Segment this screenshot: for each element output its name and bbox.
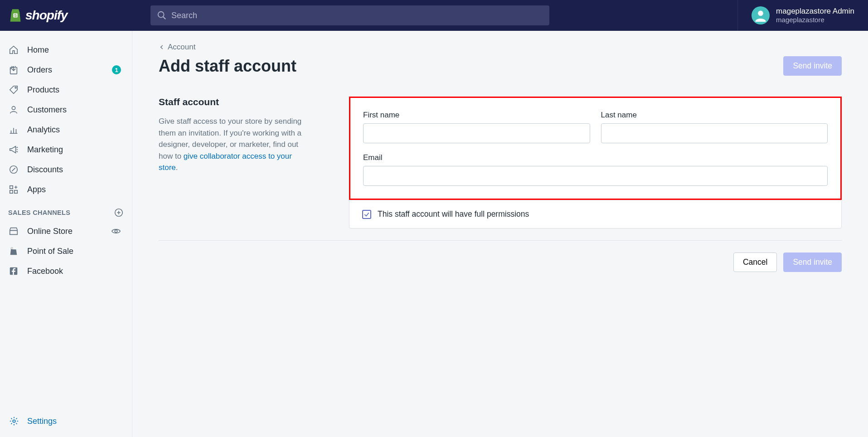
svg-point-4 xyxy=(758,11,763,16)
sidebar-item-customers[interactable]: Customers xyxy=(0,100,132,120)
email-label: Email xyxy=(363,153,828,162)
analytics-icon xyxy=(8,124,19,135)
svg-point-7 xyxy=(12,107,15,110)
svg-rect-14 xyxy=(11,248,13,249)
pos-icon xyxy=(8,246,19,257)
orders-badge: 1 xyxy=(112,65,121,74)
channel-point-of-sale[interactable]: Point of Sale xyxy=(0,241,132,261)
page-title: Add staff account xyxy=(159,57,296,76)
channel-label: Online Store xyxy=(27,227,73,236)
sidebar-item-home[interactable]: Home xyxy=(0,40,132,60)
full-permissions-checkbox[interactable] xyxy=(362,210,371,219)
permissions-card: This staff account will have full permis… xyxy=(349,200,842,228)
channel-label: Facebook xyxy=(27,267,63,276)
permissions-label: This staff account will have full permis… xyxy=(378,209,529,219)
svg-line-3 xyxy=(163,17,166,19)
apps-icon xyxy=(8,184,19,195)
channel-facebook[interactable]: Facebook xyxy=(0,261,132,281)
tag-icon xyxy=(8,84,19,95)
shopify-bag-icon: S xyxy=(9,8,22,23)
facebook-icon xyxy=(8,266,19,277)
sidebar-item-label: Orders xyxy=(27,65,52,75)
sidebar-item-discounts[interactable]: Discounts xyxy=(0,160,132,180)
svg-rect-10 xyxy=(10,190,13,193)
first-name-label: First name xyxy=(363,111,590,120)
sidebar-item-orders[interactable]: Orders 1 xyxy=(0,60,132,80)
logo[interactable]: S shopify xyxy=(0,8,132,23)
section-description: Give staff access to your store by sendi… xyxy=(159,116,313,174)
sidebar-item-label: Products xyxy=(27,85,59,95)
last-name-label: Last name xyxy=(601,111,828,120)
search-icon xyxy=(157,10,167,20)
sidebar-item-apps[interactable]: Apps xyxy=(0,180,132,199)
staff-form-card: First name Last name Email xyxy=(349,97,842,200)
sidebar-item-label: Discounts xyxy=(27,165,63,175)
orders-icon xyxy=(8,64,19,75)
search-bar[interactable] xyxy=(150,5,549,25)
section-title: Staff account xyxy=(159,97,313,107)
svg-point-6 xyxy=(15,87,16,88)
sidebar-item-products[interactable]: Products xyxy=(0,80,132,100)
svg-point-2 xyxy=(158,12,164,18)
sidebar-item-label: Apps xyxy=(27,185,46,194)
svg-rect-11 xyxy=(15,190,17,193)
svg-rect-9 xyxy=(10,186,13,189)
first-name-input[interactable] xyxy=(363,123,590,143)
sidebar-item-analytics[interactable]: Analytics xyxy=(0,120,132,140)
home-icon xyxy=(8,44,19,55)
chevron-left-icon xyxy=(159,44,165,50)
sidebar-item-label: Customers xyxy=(27,105,67,115)
divider xyxy=(159,240,842,241)
logo-text: shopify xyxy=(25,8,68,23)
person-icon xyxy=(8,104,19,115)
sidebar-item-settings[interactable]: Settings xyxy=(0,410,132,437)
cancel-button[interactable]: Cancel xyxy=(733,252,777,272)
email-input[interactable] xyxy=(363,166,828,186)
add-channel-button[interactable] xyxy=(114,208,124,218)
discount-icon xyxy=(8,164,19,175)
channel-label: Point of Sale xyxy=(27,247,73,256)
breadcrumb-account[interactable]: Account xyxy=(159,43,842,52)
sidebar-item-label: Marketing xyxy=(27,145,63,155)
channel-online-store[interactable]: Online Store xyxy=(0,221,132,241)
user-name: mageplazastore Admin xyxy=(776,6,854,16)
send-invite-button-bottom[interactable]: Send invite xyxy=(783,252,842,272)
view-store-icon[interactable] xyxy=(111,226,121,236)
gear-icon xyxy=(9,416,19,426)
store-icon xyxy=(8,226,19,237)
user-menu[interactable]: mageplazastore Admin mageplazastore xyxy=(737,0,868,31)
svg-text:S: S xyxy=(14,13,17,18)
sidebar-item-marketing[interactable]: Marketing xyxy=(0,140,132,160)
sales-channels-heading: SALES CHANNELS xyxy=(0,199,132,221)
sidebar-item-label: Analytics xyxy=(27,125,60,135)
svg-point-16 xyxy=(13,420,15,422)
sidebar-item-label: Home xyxy=(27,45,49,55)
user-store: mageplazastore xyxy=(776,16,854,24)
megaphone-icon xyxy=(8,144,19,155)
search-input[interactable] xyxy=(171,11,543,20)
check-icon xyxy=(364,211,370,218)
svg-point-13 xyxy=(115,230,117,233)
avatar xyxy=(752,6,770,24)
send-invite-button-top[interactable]: Send invite xyxy=(783,56,842,76)
last-name-input[interactable] xyxy=(601,123,828,143)
